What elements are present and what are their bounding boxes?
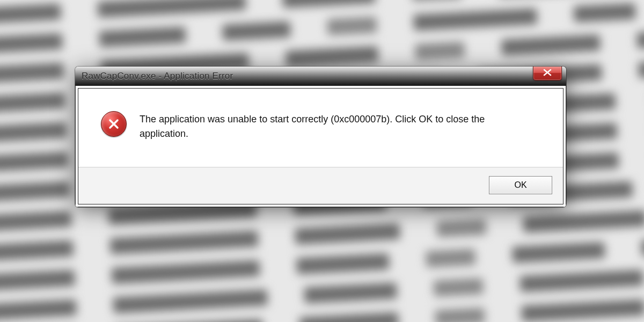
titlebar[interactable]: RawCapConv.exe - Application Error: [75, 67, 566, 86]
close-icon: [543, 69, 552, 78]
error-dialog: RawCapConv.exe - Application Error The a…: [75, 67, 566, 207]
ok-button[interactable]: OK: [489, 176, 552, 194]
window-title: RawCapConv.exe - Application Error: [75, 71, 233, 82]
dialog-client: The application was unable to start corr…: [75, 86, 566, 207]
error-message: The application was unable to start corr…: [140, 111, 504, 141]
button-row: OK: [78, 167, 563, 204]
error-icon: [101, 111, 127, 137]
message-area: The application was unable to start corr…: [78, 89, 563, 167]
close-button[interactable]: [533, 67, 562, 80]
